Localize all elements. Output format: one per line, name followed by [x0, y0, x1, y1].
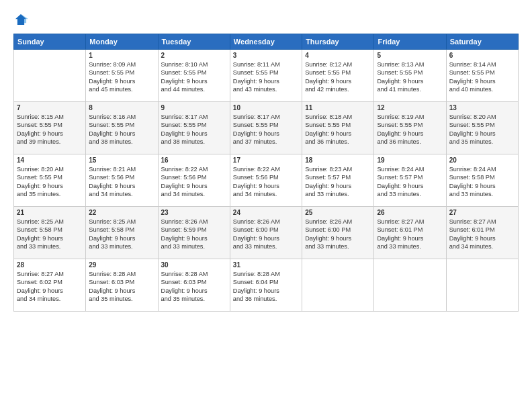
day-number: 22 — [89, 209, 154, 216]
calendar-table: SundayMondayTuesdayWednesdayThursdayFrid… — [13, 34, 519, 312]
day-header-monday: Monday — [86, 34, 158, 50]
cell-content: Sunrise: 8:15 AMSunset: 5:55 PMDaylight:… — [17, 113, 83, 146]
day-number: 20 — [449, 156, 515, 164]
calendar-header: SundayMondayTuesdayWednesdayThursdayFrid… — [14, 34, 519, 50]
cell-content: Sunrise: 8:17 AMSunset: 5:55 PMDaylight:… — [233, 113, 299, 146]
cell-line: and 33 minutes. — [305, 242, 371, 250]
header — [13, 12, 519, 27]
cell-line: Sunrise: 8:26 AM — [305, 218, 371, 226]
week-row-0: 1Sunrise: 8:09 AMSunset: 5:55 PMDaylight… — [14, 50, 519, 102]
cell-line: and 33 minutes. — [17, 242, 83, 250]
cell-line: Sunset: 5:56 PM — [89, 173, 154, 181]
calendar-cell: 17Sunrise: 8:22 AMSunset: 5:56 PMDayligh… — [230, 154, 302, 207]
calendar-cell: 18Sunrise: 8:23 AMSunset: 5:57 PMDayligh… — [302, 154, 374, 207]
day-number: 31 — [233, 261, 299, 269]
calendar-cell: 29Sunrise: 8:28 AMSunset: 6:03 PMDayligh… — [86, 259, 158, 312]
cell-line: and 34 minutes. — [233, 190, 299, 198]
calendar-cell: 24Sunrise: 8:26 AMSunset: 6:00 PMDayligh… — [230, 207, 302, 259]
logo-icon — [13, 12, 28, 27]
cell-line: Daylight: 9 hours — [17, 130, 83, 138]
calendar-cell: 4Sunrise: 8:12 AMSunset: 5:55 PMDaylight… — [302, 50, 374, 102]
cell-content: Sunrise: 8:17 AMSunset: 5:55 PMDaylight:… — [161, 113, 227, 146]
cell-line: Sunrise: 8:22 AM — [161, 165, 227, 173]
cell-line: Daylight: 9 hours — [449, 130, 515, 138]
cell-content: Sunrise: 8:10 AMSunset: 5:55 PMDaylight:… — [161, 60, 227, 94]
cell-line: Daylight: 9 hours — [89, 234, 154, 242]
calendar-cell: 25Sunrise: 8:26 AMSunset: 6:00 PMDayligh… — [302, 207, 374, 259]
calendar-cell: 8Sunrise: 8:16 AMSunset: 5:55 PMDaylight… — [86, 102, 158, 154]
cell-content: Sunrise: 8:26 AMSunset: 6:00 PMDaylight:… — [305, 218, 371, 251]
cell-line: Daylight: 9 hours — [233, 234, 299, 242]
calendar-cell: 14Sunrise: 8:20 AMSunset: 5:55 PMDayligh… — [14, 154, 86, 207]
cell-line: Sunset: 5:57 PM — [305, 173, 371, 181]
cell-line: and 34 minutes. — [161, 190, 227, 198]
calendar-cell: 16Sunrise: 8:22 AMSunset: 5:56 PMDayligh… — [158, 154, 230, 207]
day-header-sunday: Sunday — [14, 34, 86, 50]
logo — [13, 12, 31, 27]
cell-line: Sunset: 6:02 PM — [17, 278, 83, 286]
calendar-cell: 2Sunrise: 8:10 AMSunset: 5:55 PMDaylight… — [158, 50, 230, 102]
day-header-wednesday: Wednesday — [230, 34, 302, 50]
cell-line: Sunset: 5:59 PM — [161, 226, 227, 234]
header-row: SundayMondayTuesdayWednesdayThursdayFrid… — [14, 34, 519, 50]
cell-line: Sunrise: 8:27 AM — [377, 218, 443, 226]
cell-line: Daylight: 9 hours — [377, 77, 443, 85]
cell-line: Sunrise: 8:23 AM — [305, 165, 371, 173]
day-number: 16 — [161, 156, 227, 164]
cell-content: Sunrise: 8:23 AMSunset: 5:57 PMDaylight:… — [305, 165, 371, 199]
cell-line: Sunset: 6:00 PM — [305, 226, 371, 234]
cell-line: Sunrise: 8:11 AM — [233, 60, 299, 68]
cell-line: Sunrise: 8:17 AM — [233, 113, 299, 121]
week-row-1: 7Sunrise: 8:15 AMSunset: 5:55 PMDaylight… — [14, 102, 519, 154]
day-number: 21 — [17, 209, 83, 216]
cell-line: Sunrise: 8:15 AM — [17, 113, 83, 121]
week-row-4: 28Sunrise: 8:27 AMSunset: 6:02 PMDayligh… — [14, 259, 519, 312]
cell-line: Daylight: 9 hours — [89, 182, 154, 190]
cell-line: Sunset: 6:03 PM — [89, 278, 154, 286]
cell-line: and 36 minutes. — [377, 138, 443, 146]
cell-line: Daylight: 9 hours — [161, 287, 227, 295]
cell-line: Sunset: 5:55 PM — [449, 121, 515, 129]
cell-content: Sunrise: 8:20 AMSunset: 5:55 PMDaylight:… — [449, 113, 515, 146]
day-number: 3 — [233, 52, 299, 59]
calendar-cell — [374, 259, 446, 312]
calendar-cell: 26Sunrise: 8:27 AMSunset: 6:01 PMDayligh… — [374, 207, 446, 259]
day-number: 28 — [17, 261, 83, 269]
cell-content: Sunrise: 8:09 AMSunset: 5:55 PMDaylight:… — [89, 60, 154, 94]
cell-line: Daylight: 9 hours — [305, 182, 371, 190]
cell-line: Sunset: 5:55 PM — [377, 121, 443, 129]
cell-line: Sunrise: 8:16 AM — [89, 113, 154, 121]
cell-line: Daylight: 9 hours — [449, 77, 515, 85]
cell-line: Daylight: 9 hours — [89, 130, 154, 138]
cell-line: Sunrise: 8:18 AM — [305, 113, 371, 121]
cell-content: Sunrise: 8:26 AMSunset: 5:59 PMDaylight:… — [161, 218, 227, 251]
calendar-cell: 9Sunrise: 8:17 AMSunset: 5:55 PMDaylight… — [158, 102, 230, 154]
cell-line: and 33 minutes. — [161, 242, 227, 250]
cell-line: Sunrise: 8:26 AM — [233, 218, 299, 226]
cell-line: and 42 minutes. — [305, 85, 371, 93]
day-number: 11 — [305, 104, 371, 111]
cell-content: Sunrise: 8:27 AMSunset: 6:01 PMDaylight:… — [377, 218, 443, 251]
cell-line: Sunrise: 8:12 AM — [305, 60, 371, 68]
week-row-3: 21Sunrise: 8:25 AMSunset: 5:58 PMDayligh… — [14, 207, 519, 259]
cell-content: Sunrise: 8:28 AMSunset: 6:03 PMDaylight:… — [161, 270, 227, 304]
cell-content: Sunrise: 8:25 AMSunset: 5:58 PMDaylight:… — [89, 218, 154, 251]
calendar-cell — [14, 50, 86, 102]
cell-line: and 36 minutes. — [233, 295, 299, 303]
cell-line: Daylight: 9 hours — [377, 234, 443, 242]
cell-content: Sunrise: 8:11 AMSunset: 5:55 PMDaylight:… — [233, 60, 299, 94]
cell-line: Sunrise: 8:27 AM — [17, 270, 83, 278]
cell-line: and 33 minutes. — [89, 242, 154, 250]
cell-line: Sunset: 5:55 PM — [449, 68, 515, 77]
calendar-cell: 5Sunrise: 8:13 AMSunset: 5:55 PMDaylight… — [374, 50, 446, 102]
cell-line: Sunrise: 8:27 AM — [449, 218, 515, 226]
page: SundayMondayTuesdayWednesdayThursdayFrid… — [0, 0, 532, 411]
cell-line: Daylight: 9 hours — [377, 182, 443, 190]
cell-line: Daylight: 9 hours — [305, 130, 371, 138]
cell-line: Sunrise: 8:21 AM — [89, 165, 154, 173]
cell-line: Sunset: 6:04 PM — [233, 278, 299, 286]
calendar-body: 1Sunrise: 8:09 AMSunset: 5:55 PMDaylight… — [14, 50, 519, 312]
cell-line: and 33 minutes. — [305, 190, 371, 198]
calendar-cell: 31Sunrise: 8:28 AMSunset: 6:04 PMDayligh… — [230, 259, 302, 312]
cell-line: Sunset: 5:55 PM — [89, 121, 154, 129]
